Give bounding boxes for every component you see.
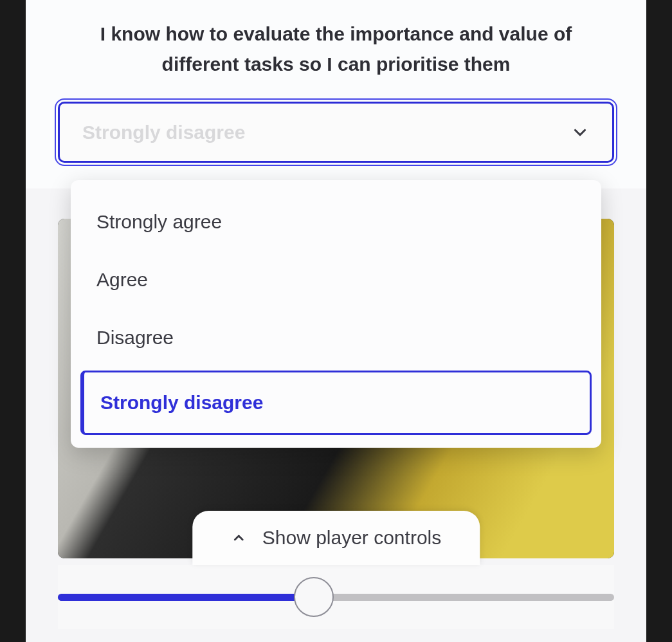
question-text: I know how to evaluate the importance an… <box>51 19 621 79</box>
progress-track[interactable] <box>58 594 614 601</box>
show-player-controls-button[interactable]: Show player controls <box>192 511 480 565</box>
question-card: I know how to evaluate the importance an… <box>26 0 646 188</box>
progress-thumb[interactable] <box>294 577 334 617</box>
select-wrapper: Strongly disagree <box>51 102 621 163</box>
answer-select[interactable]: Strongly disagree <box>58 102 614 163</box>
option-agree[interactable]: Agree <box>80 251 592 309</box>
progress-fill <box>58 594 314 601</box>
select-placeholder: Strongly disagree <box>82 122 245 143</box>
phone-screen: I know how to evaluate the importance an… <box>26 0 646 642</box>
dropdown-panel: Strongly agree Agree Disagree Strongly d… <box>71 180 601 448</box>
player-controls-label: Show player controls <box>262 527 441 549</box>
progress-bar-area <box>58 565 614 629</box>
chevron-down-icon <box>570 123 590 142</box>
option-disagree[interactable]: Disagree <box>80 309 592 367</box>
option-strongly-disagree[interactable]: Strongly disagree <box>80 371 592 435</box>
option-strongly-agree[interactable]: Strongly agree <box>80 193 592 251</box>
chevron-up-icon <box>231 530 246 546</box>
